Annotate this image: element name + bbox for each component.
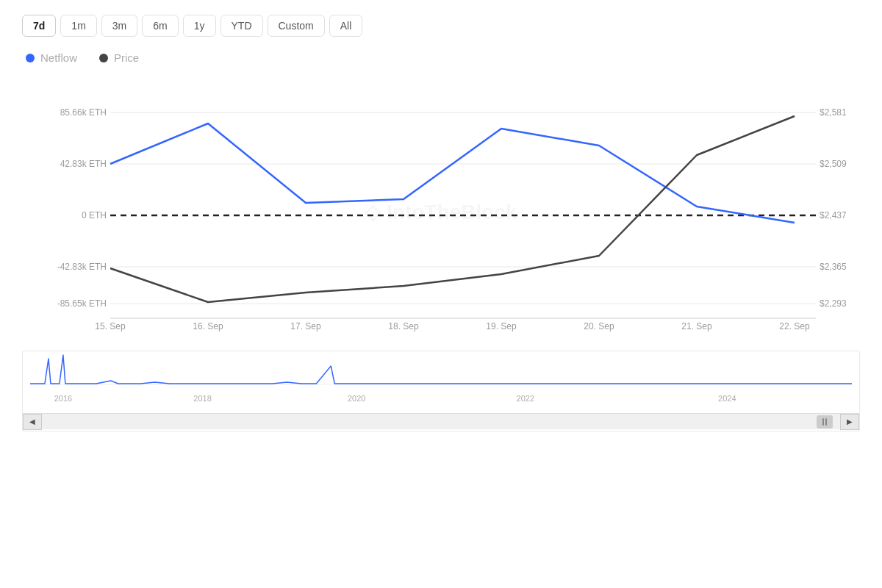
svg-text:20. Sep: 20. Sep bbox=[584, 321, 614, 331]
svg-text:$2,365: $2,365 bbox=[820, 262, 847, 272]
netflow-label: Netflow bbox=[40, 51, 77, 64]
thumb-line-1 bbox=[822, 418, 824, 426]
time-filter-1y[interactable]: 1y bbox=[183, 15, 216, 37]
scrollbar-track: ◀ ▶ bbox=[23, 413, 859, 429]
svg-text:0 ETH: 0 ETH bbox=[82, 210, 107, 220]
svg-text:2020: 2020 bbox=[348, 394, 365, 403]
time-filter-1m[interactable]: 1m bbox=[60, 15, 96, 37]
main-chart-svg: 85.66k ETH 42.83k ETH 0 ETH -42.83k ETH … bbox=[22, 76, 860, 348]
mini-chart-container: 2016 2018 2020 2022 2024 ◀ bbox=[22, 351, 860, 431]
scroll-right-button[interactable]: ▶ bbox=[840, 414, 859, 430]
main-container: 7d1m3m6m1yYTDCustomAll Netflow Price ◇ I… bbox=[0, 0, 882, 588]
svg-text:17. Sep: 17. Sep bbox=[290, 321, 321, 331]
svg-text:21. Sep: 21. Sep bbox=[681, 321, 712, 331]
time-filter-3m[interactable]: 3m bbox=[101, 15, 137, 37]
time-filter-6m[interactable]: 6m bbox=[142, 15, 178, 37]
svg-text:2024: 2024 bbox=[718, 394, 736, 403]
time-filter-ytd[interactable]: YTD bbox=[220, 15, 263, 37]
svg-text:2018: 2018 bbox=[193, 394, 211, 403]
svg-text:2022: 2022 bbox=[517, 394, 534, 403]
legend-netflow: Netflow bbox=[26, 51, 77, 64]
time-filter-bar: 7d1m3m6m1yYTDCustomAll bbox=[22, 15, 860, 37]
svg-text:85.66k ETH: 85.66k ETH bbox=[60, 107, 107, 118]
svg-text:2016: 2016 bbox=[54, 394, 72, 403]
price-dot bbox=[99, 54, 108, 62]
svg-text:$2,581: $2,581 bbox=[820, 107, 847, 118]
scroll-left-button[interactable]: ◀ bbox=[23, 414, 42, 430]
time-filter-custom[interactable]: Custom bbox=[268, 15, 325, 37]
main-chart: ◇ IntoTheBlock 85.66k ETH 42.83k ETH 0 E… bbox=[22, 76, 860, 348]
svg-text:18. Sep: 18. Sep bbox=[388, 321, 419, 331]
time-filter-7d[interactable]: 7d bbox=[22, 15, 56, 37]
time-filter-all[interactable]: All bbox=[329, 15, 363, 37]
svg-text:-42.83k ETH: -42.83k ETH bbox=[57, 262, 107, 272]
svg-text:$2,437: $2,437 bbox=[820, 210, 847, 220]
mini-chart-svg: 2016 2018 2020 2022 2024 bbox=[23, 351, 859, 410]
netflow-dot bbox=[26, 54, 35, 62]
chart-legend: Netflow Price bbox=[22, 51, 860, 64]
thumb-line-2 bbox=[825, 418, 827, 426]
svg-text:-85.65k ETH: -85.65k ETH bbox=[57, 298, 107, 309]
svg-text:$2,509: $2,509 bbox=[820, 159, 847, 169]
chart-wrapper: ◇ IntoTheBlock 85.66k ETH 42.83k ETH 0 E… bbox=[22, 76, 860, 431]
svg-text:19. Sep: 19. Sep bbox=[486, 321, 517, 331]
svg-text:42.83k ETH: 42.83k ETH bbox=[60, 159, 107, 169]
svg-text:15. Sep: 15. Sep bbox=[95, 321, 126, 331]
svg-text:$2,293: $2,293 bbox=[820, 298, 847, 309]
scroll-thumb-area bbox=[42, 414, 840, 430]
price-label: Price bbox=[114, 51, 139, 64]
scroll-thumb[interactable] bbox=[817, 415, 833, 429]
legend-price: Price bbox=[99, 51, 139, 64]
svg-text:16. Sep: 16. Sep bbox=[193, 321, 223, 331]
svg-text:22. Sep: 22. Sep bbox=[779, 321, 810, 331]
